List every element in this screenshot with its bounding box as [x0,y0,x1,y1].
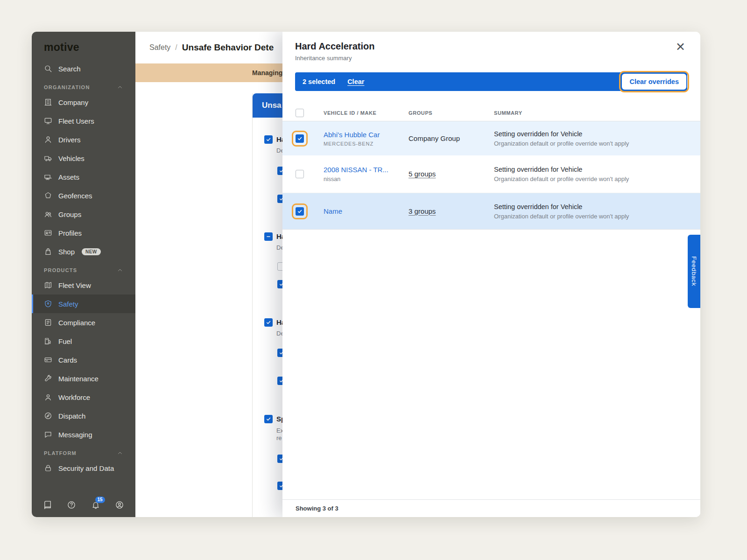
trailer-icon [44,173,52,181]
sidebar-item-profiles[interactable]: Profiles [32,224,135,242]
worker-icon [44,393,52,401]
inheritance-summary-modal: Hard Acceleration Inheritance summary ✕ … [282,32,700,517]
selected-count: 2 selected [303,78,335,85]
modal-title: Hard Acceleration [295,41,687,52]
sidebar-item-search[interactable]: Search [32,59,135,78]
table-row[interactable]: Abhi's Hubble Car MERCEDES-BENZ Company … [282,121,700,155]
sidebar-item-company[interactable]: Company [32,93,135,112]
sidebar-item-cards[interactable]: Cards [32,350,135,369]
summary-title: Setting overridden for Vehicle [494,166,700,173]
sidebar-item-drivers[interactable]: Drivers [32,130,135,149]
sidebar-item-fleet-users[interactable]: Fleet Users [32,112,135,130]
person-icon [44,135,52,144]
sidebar-item-assets[interactable]: Assets [32,168,135,186]
sidebar-item-dispatch[interactable]: Dispatch [32,406,135,425]
shopping-bag-icon [44,247,52,256]
row-checkbox-checked[interactable] [296,207,304,216]
clear-overrides-button[interactable]: Clear overrides [622,74,686,90]
summary-title: Setting overridden for Vehicle [494,203,700,210]
groups-value[interactable]: 3 groups [409,207,436,215]
sidebar-item-groups[interactable]: Groups [32,205,135,224]
map-icon [44,281,52,289]
setting-description: re [276,434,282,441]
truck-icon [44,154,52,162]
chevron-up-icon [117,450,123,456]
checkbox-indeterminate[interactable] [264,232,273,241]
column-groups: GROUPS [409,110,494,116]
sidebar-item-label: Search [58,65,81,73]
sidebar-item-fleet-view[interactable]: Fleet View [32,276,135,294]
breadcrumb-safety-link[interactable]: Safety [149,43,170,52]
sidebar-section-organization[interactable]: ORGANIZATION [32,78,135,93]
clipboard-icon [44,318,52,327]
monitor-icon [44,117,52,125]
column-vehicle-id-make: VEHICLE ID / MAKE [324,110,409,116]
wrench-icon [44,374,52,383]
groups-value: Company Group [409,134,460,142]
sidebar-item-fuel[interactable]: Fuel [32,332,135,350]
page-title: Unsafe Behavior Dete [182,42,274,53]
summary-detail: Organization default or profile override… [494,140,700,147]
compass-icon [44,412,52,420]
summary-detail: Organization default or profile override… [494,213,700,220]
column-summary: SUMMARY [494,110,700,116]
notification-badge: 15 [95,497,105,503]
sidebar-item-workforce[interactable]: Workforce [32,388,135,406]
feedback-tab[interactable]: Feedback [688,235,700,308]
sidebar-item-maintenance[interactable]: Maintenance [32,369,135,388]
sidebar-item-geofences[interactable]: Geofences [32,186,135,205]
chevron-up-icon [117,267,123,273]
select-all-checkbox[interactable] [296,109,304,117]
close-icon[interactable]: ✕ [676,41,685,53]
sidebar-item-vehicles[interactable]: Vehicles [32,149,135,168]
building-icon [44,98,52,106]
bell-icon[interactable]: 15 [91,500,100,510]
summary-detail: Organization default or profile override… [494,175,700,182]
motive-logo: motive [32,38,135,59]
vehicle-make: MERCEDES-BENZ [324,141,409,147]
results-count: Showing 3 of 3 [282,499,700,517]
lock-icon [44,464,52,472]
credit-card-icon [44,356,52,364]
vehicle-make: nissan [324,176,409,182]
sidebar: motive Search ORGANIZATION Company Fleet… [32,32,135,517]
vehicle-link[interactable]: Name [324,207,409,215]
people-icon [44,210,52,218]
shield-icon [44,300,52,308]
sidebar-item-shop[interactable]: Shop NEW [32,242,135,261]
selection-bar: 2 selected Clear Clear overrides [295,72,687,91]
table-header: VEHICLE ID / MAKE GROUPS SUMMARY [282,105,700,121]
vehicle-link[interactable]: 2008 NISSAN - TR... [324,166,409,174]
modal-subtitle: Inheritance summary [295,55,687,62]
highlight-ring: Clear overrides [619,71,689,92]
sidebar-item-compliance[interactable]: Compliance [32,313,135,332]
summary-title: Setting overridden for Vehicle [494,130,700,138]
sidebar-item-safety[interactable]: Safety [32,294,135,313]
sidebar-section-products[interactable]: PRODUCTS [32,261,135,276]
guide-icon[interactable] [43,500,52,510]
sidebar-item-security-and-data[interactable]: Security and Data [32,459,135,477]
geofence-icon [44,191,52,200]
app-window: motive Search ORGANIZATION Company Fleet… [32,32,700,517]
checkbox-checked[interactable] [264,135,273,144]
checkbox-checked[interactable] [264,415,273,423]
modal-header: Hard Acceleration Inheritance summary ✕ [282,32,700,62]
clear-selection-link[interactable]: Clear [347,78,364,85]
sidebar-bottom-toolbar: 15 [32,495,135,512]
sidebar-section-platform[interactable]: PLATFORM [32,444,135,459]
vehicle-link[interactable]: Abhi's Hubble Car [324,131,409,139]
row-checkbox-unchecked[interactable] [296,170,304,178]
row-checkbox-checked[interactable] [296,134,304,143]
new-badge: NEW [82,248,101,255]
groups-value[interactable]: 5 groups [409,170,436,178]
chevron-up-icon [117,84,123,91]
account-icon[interactable] [115,500,124,510]
table-row[interactable]: 2008 NISSAN - TR... nissan 5 groups Sett… [282,155,700,193]
sidebar-item-messaging[interactable]: Messaging [32,425,135,444]
breadcrumb-separator: / [175,43,177,52]
search-icon [44,64,52,73]
fuel-pump-icon [44,337,52,345]
help-icon[interactable] [67,500,76,510]
checkbox-checked[interactable] [264,318,273,327]
table-row[interactable]: Name 3 groups Setting overridden for Veh… [282,193,700,230]
